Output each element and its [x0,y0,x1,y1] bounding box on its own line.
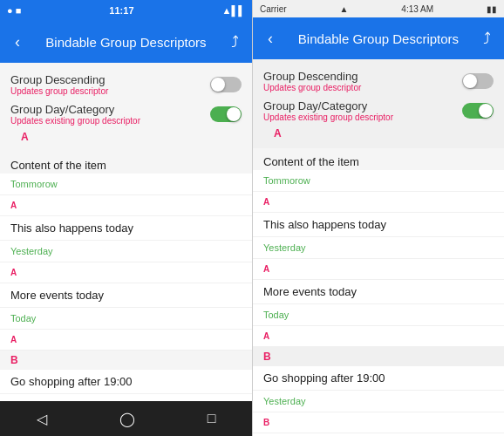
item-date-tommorow: Tommorow [10,179,242,189]
right-group-day-labels: Group Day/Category Updates existing grou… [263,99,393,122]
left-list-section: Content of the item Tommorow A This also… [0,152,252,351]
item-date-today1: Today [10,313,242,324]
right-group-descending-sub: Updates group descriptor [263,83,361,92]
right-item-date-today1: Today [263,310,494,320]
right-group-day-sub: Updates existing group descriptor [263,112,393,122]
list-item: More events today [253,280,504,304]
list-item: Tommorow [253,170,504,192]
right-group-day-row: Group Day/Category Updates existing grou… [263,96,494,126]
left-group-descending-sub: Updates group descriptor [10,86,108,96]
right-app-bar: ‹ Bindable Group Descriptors ⤴ [253,17,504,59]
left-group-day-sub: Updates existing group descriptor [10,116,140,126]
left-settings-section: Group Descending Updates group descripto… [0,63,252,152]
left-back-icon[interactable]: ‹ [7,33,28,51]
list-item: Yesterday [0,394,252,401]
left-group-day-row: Group Day/Category Updates existing grou… [10,99,242,129]
list-item: More events today [0,283,252,308]
right-section-header-content: Content of the item [253,148,504,170]
left-alpha-a-header: A [10,129,242,145]
left-alpha-b-header: B [0,351,252,370]
list-item: A [253,326,504,347]
right-alpha-b-header: B [253,347,504,366]
left-group-day-toggle[interactable] [210,106,242,122]
left-group-descending-labels: Group Descending Updates group descripto… [10,73,108,96]
list-item: Go shopping after 19:00 [0,370,252,394]
left-group-day-knob [227,107,241,121]
left-panel: ● ■ 11:17 ▲▌▌ ‹ Bindable Group Descripto… [0,0,252,436]
right-item-date-tommorow: Tommorow [263,175,494,186]
right-share-icon[interactable]: ⤴ [476,30,497,48]
back-nav-icon[interactable]: ◁ [37,411,47,427]
list-item: Go shopping after 19:00 [253,366,504,391]
left-list-section-b: Go shopping after 19:00 Yesterday B You … [0,370,252,401]
right-group-descending-toggle[interactable] [462,73,494,89]
right-list-section: Content of the item Tommorow A This also… [253,148,504,347]
left-group-day-label: Group Day/Category [10,103,140,116]
right-status-time: 4:13 AM [401,4,433,14]
left-bottom-nav: ◁ ◯ □ [0,401,252,436]
right-item-title-3: Go shopping after 19:00 [263,371,494,385]
right-item-alpha-b1: B [263,418,494,427]
left-status-icons-right: ▲▌▌ [222,5,245,16]
right-alpha-a-header: A [263,126,494,141]
left-content: Group Descending Updates group descripto… [0,63,252,401]
list-item: This also happens today [0,216,252,241]
item-alpha-a3: A [10,335,242,344]
left-app-bar: ‹ Bindable Group Descriptors ⤴ [0,21,252,63]
right-carrier: Carrier [260,4,287,14]
list-item: A [253,259,504,280]
item-alpha-a2: A [10,268,242,277]
right-group-descending-label: Group Descending [263,70,361,83]
left-group-descending-row: Group Descending Updates group descripto… [10,70,242,99]
right-group-day-label: Group Day/Category [263,99,393,112]
right-app-bar-title: Bindable Group Descriptors [288,31,469,46]
right-wifi-icon: ▲ [340,4,349,14]
list-item: A [0,262,252,283]
right-settings-section: Group Descending Updates group descripto… [253,59,504,148]
list-item: This also happens today [253,213,504,237]
right-list-section-b: Go shopping after 19:00 Yesterday B You … [253,366,504,436]
item-date-yesterday1: Yesterday [10,246,242,256]
item-alpha-a1: A [10,201,242,210]
left-group-descending-toggle[interactable] [210,77,242,92]
right-group-descending-labels: Group Descending Updates group descripto… [263,70,361,92]
left-group-descending-label: Group Descending [10,73,108,86]
right-item-alpha-a3: A [263,331,494,341]
list-item: Today [0,308,252,330]
right-content: Group Descending Updates group descripto… [253,59,504,436]
list-item: Yesterday [253,391,504,412]
list-item: B [253,412,504,433]
item-title-1: This also happens today [10,221,242,235]
list-item: Yesterday [253,237,504,259]
left-app-bar-title: Bindable Group Descriptors [35,35,217,50]
right-group-descending-knob [463,74,477,88]
right-battery-icon: ▮▮ [487,4,497,14]
right-group-day-knob [479,104,493,118]
left-status-icons-left: ● ■ [7,5,21,16]
right-item-title-1: This also happens today [263,218,494,231]
right-item-title-2: More events today [263,285,494,298]
item-title-3: Go shopping after 19:00 [10,375,242,388]
list-item: A [0,195,252,216]
list-item: A [253,192,504,213]
left-status-bar: ● ■ 11:17 ▲▌▌ [0,0,252,21]
recent-nav-icon[interactable]: □ [208,411,216,426]
list-item: A [0,330,252,351]
list-item: Yesterday [0,241,252,262]
right-item-alpha-a1: A [263,197,494,207]
right-group-descending-row: Group Descending Updates group descripto… [263,66,494,96]
left-status-time: 11:17 [109,5,133,16]
item-title-2: More events today [10,289,242,302]
left-share-icon[interactable]: ⤴ [224,33,245,51]
home-nav-icon[interactable]: ◯ [119,411,135,427]
right-item-date-yesterday2: Yesterday [263,396,494,406]
right-panel: Carrier ▲ 4:13 AM ▮▮ ‹ Bindable Group De… [252,0,504,436]
left-section-header-content: Content of the item [0,152,252,174]
right-group-day-toggle[interactable] [462,103,494,119]
list-item: Tommorow [0,174,252,195]
left-group-day-labels: Group Day/Category Updates existing grou… [10,103,140,126]
right-item-alpha-a2: A [263,264,494,274]
right-back-icon[interactable]: ‹ [260,30,281,48]
left-group-descending-knob [211,78,225,92]
right-status-bar: Carrier ▲ 4:13 AM ▮▮ [253,0,504,17]
